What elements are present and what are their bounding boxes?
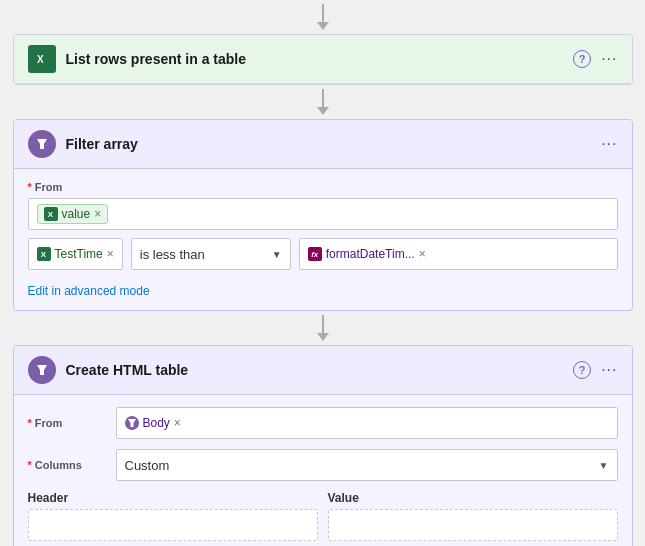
connector-2 (317, 315, 329, 341)
body-token-close[interactable]: × (174, 416, 181, 430)
svg-marker-2 (37, 139, 47, 149)
filter-array-card: Filter array ··· * From X value × (13, 119, 633, 311)
columns-chevron-icon: ▼ (599, 460, 609, 471)
formatdatetime-token-label: formatDateTim... (326, 247, 415, 261)
value-token-close[interactable]: × (94, 207, 101, 221)
from-token-input[interactable]: X value × (28, 198, 618, 230)
create-html-columns-row: * Columns Custom ▼ (28, 449, 618, 481)
create-html-card: Create HTML table ? ··· * From (13, 345, 633, 546)
list-rows-help-icon[interactable]: ? (573, 50, 591, 68)
columns-select-value: Custom (125, 458, 170, 473)
connector-1 (317, 89, 329, 115)
operator-select[interactable]: is less than ▼ (131, 238, 291, 270)
create-html-header-right: ? ··· (573, 361, 617, 379)
condition-value-box[interactable]: fx formatDateTim... × (299, 238, 618, 270)
edit-advanced-link[interactable]: Edit in advanced mode (28, 284, 150, 298)
create-html-filter-icon (28, 356, 56, 384)
top-connector (317, 4, 329, 30)
condition-row: X TestTime × is less than ▼ fx formatDat… (28, 238, 618, 270)
create-html-from-label: * From (28, 417, 108, 429)
operator-chevron-icon: ▼ (272, 249, 282, 260)
list-rows-more-icon[interactable]: ··· (601, 50, 617, 68)
create-html-from-row: * From Body × (28, 407, 618, 439)
value-input[interactable] (328, 509, 618, 541)
condition-left-box[interactable]: X TestTime × (28, 238, 123, 270)
testtime-token-close[interactable]: × (107, 247, 114, 261)
columns-input-row (28, 509, 618, 541)
list-rows-header: X List rows present in a table ? ··· (14, 35, 632, 84)
svg-marker-4 (128, 419, 136, 427)
create-html-help-icon[interactable]: ? (573, 361, 591, 379)
create-html-header-left: Create HTML table (28, 356, 189, 384)
value-token-excel-icon: X (44, 207, 58, 221)
body-token: Body × (125, 416, 181, 430)
filter-array-more-icon[interactable]: ··· (601, 135, 617, 153)
value-col-label: Value (328, 491, 618, 505)
list-rows-header-right: ? ··· (573, 50, 617, 68)
list-rows-header-left: X List rows present in a table (28, 45, 247, 73)
create-html-from-input[interactable]: Body × (116, 407, 618, 439)
svg-marker-3 (37, 365, 47, 375)
filter-array-body: * From X value × X TestTime × (14, 169, 632, 310)
testtime-token: X TestTime × (37, 247, 114, 261)
create-html-columns-label: * Columns (28, 459, 108, 471)
list-rows-title: List rows present in a table (66, 51, 247, 67)
value-token-label: value (62, 207, 91, 221)
create-html-title: Create HTML table (66, 362, 189, 378)
filter-array-title: Filter array (66, 136, 138, 152)
list-rows-card: X List rows present in a table ? ··· (13, 34, 633, 85)
header-input[interactable] (28, 509, 318, 541)
header-col-label: Header (28, 491, 318, 505)
formatdatetime-token-close[interactable]: × (419, 247, 426, 261)
create-html-columns-select[interactable]: Custom ▼ (116, 449, 618, 481)
filter-icon (28, 130, 56, 158)
fx-token-icon: fx (308, 247, 322, 261)
testtime-token-label: TestTime (55, 247, 103, 261)
create-html-more-icon[interactable]: ··· (601, 361, 617, 379)
operator-select-label: is less than (140, 247, 205, 262)
filter-array-header: Filter array ··· (14, 120, 632, 169)
formatdatetime-token: fx formatDateTim... × (308, 247, 426, 261)
filter-array-header-left: Filter array (28, 130, 138, 158)
from-field-label: * From (28, 181, 618, 193)
create-html-body: * From Body × (14, 395, 632, 546)
body-token-icon (125, 416, 139, 430)
columns-header-row: Header Value (28, 491, 618, 505)
value-token: X value × (37, 204, 109, 224)
testtime-token-icon: X (37, 247, 51, 261)
excel-icon: X (28, 45, 56, 73)
create-html-header: Create HTML table ? ··· (14, 346, 632, 395)
filter-array-header-right: ··· (601, 135, 617, 153)
body-token-label: Body (143, 416, 170, 430)
svg-text:X: X (37, 54, 44, 65)
